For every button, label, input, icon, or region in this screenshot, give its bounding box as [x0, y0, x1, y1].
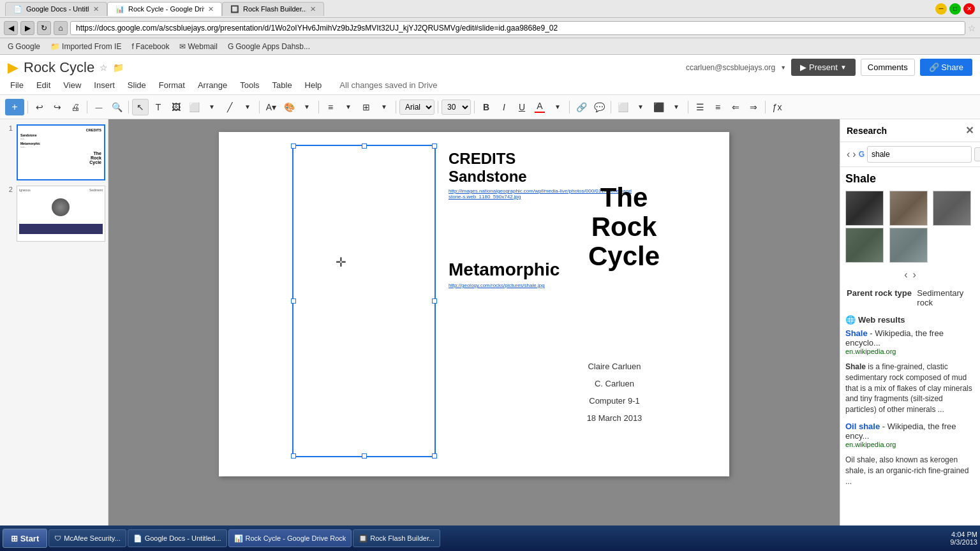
rock-image-3[interactable] [933, 191, 971, 226]
zoom-in-button[interactable]: 🔍 [108, 99, 125, 115]
images-prev-button[interactable]: ‹ [904, 269, 907, 281]
start-button[interactable]: ⊞ Start [3, 529, 47, 548]
numbering-button[interactable]: ≡ [709, 99, 726, 115]
bookmark-webmail[interactable]: ✉ Webmail [177, 41, 219, 52]
research-close-button[interactable]: ✕ [965, 124, 974, 136]
resize-handle-bottom-right[interactable] [432, 453, 437, 459]
address-input[interactable] [70, 21, 965, 35]
web-result-1-title[interactable]: Shale - Wikipedia, the free encyclo... [845, 328, 975, 348]
text-color-dropdown[interactable]: ▼ [549, 99, 566, 115]
forward-button[interactable]: ▶ [20, 21, 34, 35]
slide-thumb-2[interactable]: 2 Igneous Sediment [3, 186, 105, 242]
tab2-close[interactable]: ✕ [310, 5, 316, 13]
images-next-button[interactable]: › [913, 269, 916, 281]
research-forward-button[interactable]: › [852, 149, 856, 160]
menu-arrange[interactable]: Arrange [193, 78, 232, 92]
text-tool[interactable]: T [150, 99, 167, 115]
line-tool[interactable]: ╱ [221, 99, 238, 115]
valign-dropdown[interactable]: ▼ [668, 99, 685, 115]
tab-active-close[interactable]: ✕ [208, 5, 214, 13]
bookmark-imported[interactable]: 📁 Imported From IE [48, 41, 124, 52]
link-button[interactable]: 🔗 [573, 99, 590, 115]
indent-increase[interactable]: ⇒ [745, 99, 762, 115]
shapes-tool[interactable]: ⬜ [186, 99, 202, 115]
fill-dropdown[interactable]: ▼ [299, 99, 315, 115]
comments-button[interactable]: Comments [861, 59, 915, 76]
taskbar-item-rockcycle[interactable]: 📊 Rock Cycle - Google Drive Rock [228, 529, 352, 547]
minimize-button[interactable]: ─ [935, 3, 947, 15]
menu-table[interactable]: Table [267, 78, 297, 92]
menu-help[interactable]: Help [300, 78, 327, 92]
menu-edit[interactable]: Edit [31, 78, 56, 92]
rock-image-2[interactable] [889, 191, 928, 226]
close-button[interactable]: ✕ [963, 3, 975, 15]
comment-button[interactable]: 💬 [591, 99, 607, 115]
align-left-button[interactable]: ⬜ [614, 99, 631, 115]
distribute-button[interactable]: ⊞ [358, 99, 375, 115]
google-bookmark[interactable]: G Google [5, 41, 43, 52]
folder-icon[interactable]: 📁 [113, 62, 124, 73]
align-button[interactable]: ≡ [322, 99, 339, 115]
menu-insert[interactable]: Insert [89, 78, 120, 92]
research-search-button[interactable]: ▼ [974, 147, 980, 161]
resize-handle-middle-left[interactable] [291, 298, 296, 304]
web-result-3-title[interactable]: Oil shale - Wikipedia, the free ency... [845, 422, 975, 441]
tab-active[interactable]: 📊 Rock Cycle - Google Drive ✕ [107, 2, 222, 16]
resize-handle-top-center[interactable] [362, 143, 367, 149]
line-dropdown[interactable]: ▼ [239, 99, 256, 115]
rock-image-4[interactable] [845, 228, 884, 263]
bookmark-facebook[interactable]: f Facebook [129, 41, 172, 52]
menu-tools[interactable]: Tools [235, 78, 264, 92]
maximize-button[interactable]: □ [949, 3, 961, 15]
share-button[interactable]: 🔗 Share [920, 59, 972, 76]
align-dropdown2[interactable]: ▼ [632, 99, 649, 115]
back-button[interactable]: ◀ [4, 21, 18, 35]
reload-button[interactable]: ↻ [37, 21, 51, 35]
bullets-button[interactable]: ☰ [692, 99, 708, 115]
resize-handle-top-left[interactable] [291, 143, 296, 149]
undo-button[interactable]: ↩ [31, 99, 48, 115]
slide-canvas[interactable]: ✛ CREDITS Sandstone http://images.nation… [219, 132, 729, 476]
metamorphic-url[interactable]: http://geology.com/rocks/pictures/shale.… [449, 283, 634, 288]
rock-image-1[interactable] [845, 191, 884, 226]
bold-button[interactable]: B [478, 99, 494, 115]
image-tool[interactable]: 🖼 [168, 99, 184, 115]
research-search-input[interactable] [867, 146, 972, 163]
rock-image-5[interactable] [889, 228, 928, 263]
font-size-selector[interactable]: 30 [442, 99, 471, 115]
print-button[interactable]: 🖨 [67, 99, 84, 115]
function-button[interactable]: ƒx [769, 99, 785, 115]
slide-thumb-1[interactable]: 1 CREDITS Sandstone link... Metamorphic … [3, 124, 105, 180]
indent-decrease[interactable]: ⇐ [727, 99, 744, 115]
bookmark-gapps[interactable]: G Google Apps Dahsb... [225, 41, 313, 52]
background-color[interactable]: A▾ [263, 99, 279, 115]
taskbar-item-rockflash[interactable]: 🔲 Rock Flash Builder... [353, 529, 440, 547]
menu-slide[interactable]: Slide [122, 78, 151, 92]
resize-handle-top-right[interactable] [432, 143, 437, 149]
menu-file[interactable]: File [5, 78, 29, 92]
present-dropdown-icon[interactable]: ▼ [840, 64, 847, 71]
italic-button[interactable]: I [496, 99, 512, 115]
font-selector[interactable]: Arial [399, 99, 434, 115]
align-dropdown[interactable]: ▼ [340, 99, 357, 115]
resize-handle-bottom-center[interactable] [362, 453, 367, 459]
valign-button[interactable]: ⬛ [650, 99, 667, 115]
taskbar-item-mcafee[interactable]: 🛡 McAfee Security... [48, 529, 126, 547]
underline-button[interactable]: U [514, 99, 530, 115]
bookmark-star[interactable]: ☆ [968, 23, 976, 33]
taskbar-item-googledocs[interactable]: 📄 Google Docs - Untitled... [128, 529, 227, 547]
home-button[interactable]: ⌂ [54, 21, 68, 35]
text-color-button[interactable]: A [531, 99, 548, 115]
star-icon[interactable]: ☆ [100, 62, 108, 73]
text-box-selected[interactable]: ✛ [292, 145, 436, 457]
menu-view[interactable]: View [58, 78, 86, 92]
present-button[interactable]: ▶ Present ▼ [791, 59, 856, 76]
research-back-button[interactable]: ‹ [847, 149, 850, 160]
tab-inactive-2[interactable]: 🔲 Rock Flash Builder... ✕ [222, 2, 324, 16]
zoom-out-button[interactable]: — [91, 99, 107, 115]
fill-color[interactable]: 🎨 [281, 99, 297, 115]
redo-button[interactable]: ↪ [49, 99, 66, 115]
distribute-dropdown[interactable]: ▼ [376, 99, 392, 115]
shapes-dropdown[interactable]: ▼ [204, 99, 220, 115]
menu-format[interactable]: Format [154, 78, 190, 92]
